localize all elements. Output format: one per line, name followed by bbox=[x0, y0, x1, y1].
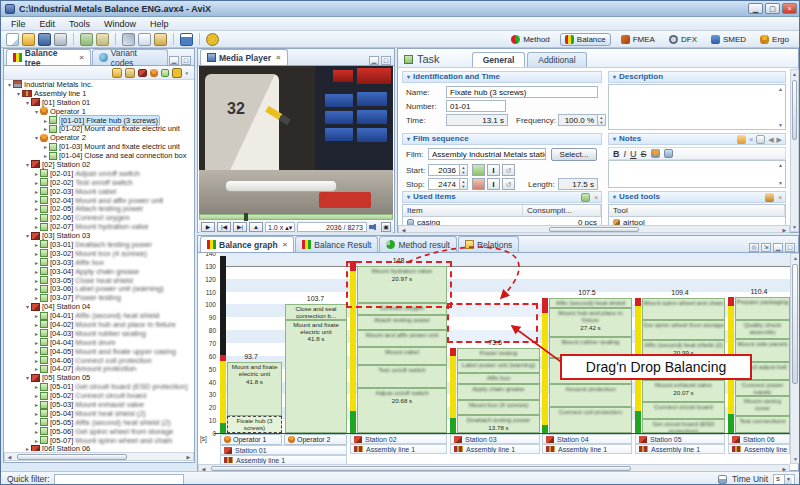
tree-item[interactable]: ▾Operator 2 bbox=[4, 133, 194, 142]
stop-spinner[interactable]: ▴▾ bbox=[459, 178, 468, 190]
tree-item[interactable]: ▸[04-03]Mount rubber sealing bbox=[4, 329, 194, 338]
collapsed-arrow-icon[interactable]: ▸ bbox=[33, 250, 40, 257]
tree-item[interactable]: ▸[03-04]Apply chain grease bbox=[4, 267, 194, 276]
save-icon[interactable] bbox=[38, 33, 51, 46]
tree-item[interactable]: ▾[04]Station 04 bbox=[4, 302, 194, 311]
expanded-arrow-icon[interactable]: ▾ bbox=[33, 108, 40, 115]
expanded-arrow-icon[interactable]: ▾ bbox=[24, 303, 31, 310]
tree-item[interactable]: ▸[04-06]Connect coil protection bbox=[4, 356, 194, 365]
new-icon[interactable] bbox=[6, 33, 19, 46]
expanded-arrow-icon[interactable]: ▾ bbox=[24, 99, 31, 106]
task-block[interactable]: Mount and fixate electric unit41.8 s bbox=[285, 320, 347, 433]
tab-relations[interactable]: Relations bbox=[458, 236, 519, 252]
task-block[interactable]: Mount box (4 screws) bbox=[457, 400, 540, 415]
add-task-icon[interactable] bbox=[161, 69, 169, 77]
eject-button[interactable]: ▲ bbox=[249, 222, 263, 232]
maximize-button[interactable]: ▢ bbox=[765, 3, 780, 14]
operator-icon[interactable] bbox=[150, 69, 158, 77]
quick-filter-input[interactable] bbox=[54, 474, 184, 485]
tree-item[interactable]: ▸[01-01]Fixate hub (3 screws) bbox=[4, 116, 194, 125]
tree-item[interactable]: ▸[03-06]Label power unit (warning) bbox=[4, 284, 194, 293]
menu-window[interactable]: Window bbox=[98, 18, 142, 30]
collapsed-arrow-icon[interactable]: ▸ bbox=[33, 179, 40, 186]
tree-item[interactable]: ▸[02-07]Mount hydration valve bbox=[4, 222, 194, 231]
redo-icon[interactable] bbox=[96, 33, 109, 46]
task-block[interactable]: Mount spinn wheel and chain bbox=[642, 298, 725, 320]
expanded-arrow-icon[interactable]: ▾ bbox=[15, 90, 22, 97]
task-block[interactable]: Power testing bbox=[457, 348, 540, 360]
tree-item[interactable]: ▸[03-02]Mount box (4 screws) bbox=[4, 249, 194, 258]
collapsed-arrow-icon[interactable]: ▸ bbox=[33, 259, 40, 266]
start-spinner[interactable]: ▴▾ bbox=[459, 164, 468, 176]
collapsed-arrow-icon[interactable]: ▸ bbox=[33, 365, 40, 372]
next-frame-button[interactable]: ▶| bbox=[233, 222, 247, 232]
station-footer[interactable]: Station 02 bbox=[350, 434, 447, 444]
reset-stop-icon[interactable]: ↺ bbox=[502, 178, 515, 190]
snapshot-icon[interactable]: ▣ bbox=[381, 222, 391, 232]
maximize-view-icon[interactable]: ▢ bbox=[181, 56, 191, 65]
task-block[interactable]: Close and seal connection b... bbox=[285, 304, 347, 319]
copy-icon[interactable] bbox=[138, 33, 151, 46]
set-start-frame-icon[interactable] bbox=[472, 164, 485, 176]
operator-tab[interactable]: Operator 2 bbox=[284, 434, 347, 445]
maximize-view-icon[interactable]: ▢ bbox=[785, 243, 795, 252]
tree-item[interactable]: ▸[05-04]Mount heat shield (2) bbox=[4, 409, 194, 418]
close-icon[interactable]: × bbox=[283, 240, 288, 249]
task-vertical-scrollbar[interactable]: ▲ ▼ bbox=[790, 69, 799, 232]
expanded-arrow-icon[interactable]: ▾ bbox=[33, 134, 40, 141]
add-item-icon[interactable] bbox=[581, 193, 590, 202]
task-block[interactable]: Mount casing cover bbox=[735, 396, 790, 417]
start-field[interactable]: 2036 bbox=[428, 164, 460, 176]
speaker-icon[interactable] bbox=[369, 222, 379, 232]
tree-item[interactable]: ▸[02-04]Mount and affix power unit bbox=[4, 196, 194, 205]
tree-item[interactable]: ▸[05-02]Connect circuit board bbox=[4, 391, 194, 400]
tree-item[interactable]: ▸[05-07]Mount spinn wheel and chain bbox=[4, 436, 194, 445]
tree-item[interactable]: ▸[05-06]Get spinn wheel from storage bbox=[4, 427, 194, 436]
chevron-down-icon[interactable]: ▾ bbox=[185, 70, 188, 76]
tree-item[interactable]: ▸[03-03]Affix box bbox=[4, 258, 194, 267]
perspective-dfx[interactable]: DFX bbox=[665, 34, 701, 45]
new-folder-icon[interactable] bbox=[112, 68, 122, 78]
task-block[interactable]: Connect power supply bbox=[735, 380, 790, 395]
remove-tool-icon[interactable]: × bbox=[778, 193, 782, 203]
restore-icon[interactable]: ⇲ bbox=[761, 243, 771, 252]
collapsed-arrow-icon[interactable]: ▸ bbox=[42, 125, 49, 132]
task-block[interactable]: Prepare packaging bbox=[735, 297, 790, 320]
collapsed-arrow-icon[interactable]: ▸ bbox=[33, 437, 40, 444]
tree-item[interactable]: ▸[05-01]Get circuit board (ESD protectio… bbox=[4, 382, 194, 391]
expanded-arrow-icon[interactable]: ▾ bbox=[24, 161, 31, 168]
task-block[interactable]: Mount and fixate electric unit41.8 s bbox=[227, 362, 282, 416]
number-field[interactable]: 01-01 bbox=[446, 100, 506, 112]
column-tool[interactable]: Tool bbox=[609, 205, 785, 216]
goto-stop-icon[interactable]: I bbox=[487, 178, 500, 190]
close-icon[interactable]: × bbox=[79, 53, 84, 62]
tree-item[interactable]: ▸[01-04]Close and seal connection box bbox=[4, 151, 194, 160]
task-block[interactable]: Adjust on/off switch20.68 s bbox=[357, 388, 447, 433]
italic-button[interactable]: I bbox=[624, 149, 627, 159]
collapsed-arrow-icon[interactable]: ▸ bbox=[42, 143, 49, 150]
tree-item[interactable]: ▸[04-07]Amount protection bbox=[4, 365, 194, 374]
tree-item[interactable]: ▸[02-05]Attach testing power bbox=[4, 204, 194, 213]
task-block[interactable]: Affix box bbox=[457, 373, 540, 385]
name-field[interactable]: Fixate hub (3 screws) bbox=[446, 86, 598, 98]
assembly-line-footer[interactable]: Assembly line 1 bbox=[728, 444, 790, 454]
tab-method-result[interactable]: Method result bbox=[379, 236, 457, 252]
set-stop-frame-icon[interactable] bbox=[472, 178, 485, 190]
minimize-view-icon[interactable]: ▁ bbox=[369, 56, 379, 65]
tree-item[interactable]: ▸[05-03]Mount exhaust valve bbox=[4, 400, 194, 409]
collapsed-arrow-icon[interactable]: ▸ bbox=[33, 321, 40, 328]
task-block[interactable]: Label power unit (warning) bbox=[457, 360, 540, 373]
tree-item[interactable]: ▸[03-05]Close heat shield bbox=[4, 276, 194, 285]
minimize-view-icon[interactable]: ▁ bbox=[773, 243, 783, 252]
tree-item[interactable]: ▸[02-02]Test on/off switch bbox=[4, 178, 194, 187]
strikethrough-button[interactable]: S bbox=[641, 149, 647, 159]
collapsed-arrow-icon[interactable]: ▸ bbox=[33, 214, 40, 221]
bold-button[interactable]: B bbox=[613, 149, 620, 159]
collapsed-arrow-icon[interactable]: ▸ bbox=[24, 445, 31, 451]
station-footer[interactable]: Station 06 bbox=[728, 434, 790, 444]
perspective-smed[interactable]: SMED bbox=[707, 34, 750, 45]
collapsed-arrow-icon[interactable]: ▸ bbox=[33, 419, 40, 426]
collapsed-arrow-icon[interactable]: ▸ bbox=[33, 241, 40, 248]
section-used-tools[interactable]: ▾Used tools × bbox=[608, 191, 786, 203]
section-notes[interactable]: ▾Notes × ◀ ▶ bbox=[608, 133, 786, 145]
